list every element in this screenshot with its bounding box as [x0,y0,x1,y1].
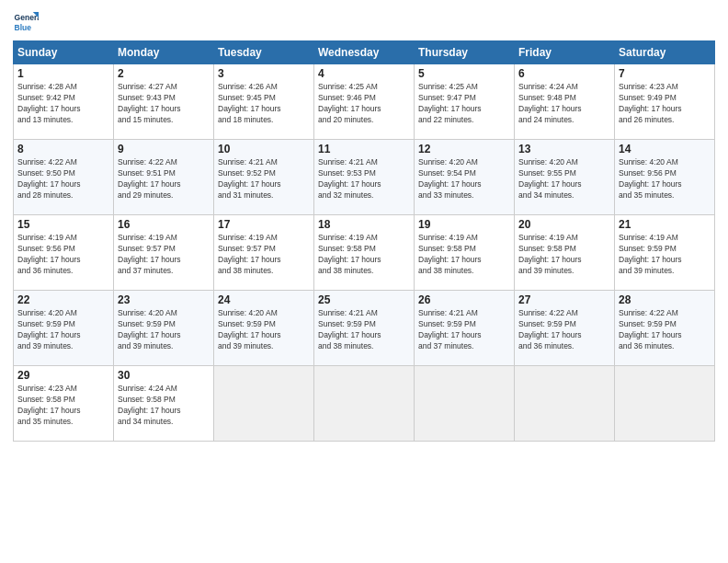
day-number: 24 [218,293,310,306]
day-number: 17 [218,218,310,231]
header-saturday: Saturday [615,41,715,64]
day-info: Sunrise: 4:28 AM Sunset: 9:42 PM Dayligh… [17,82,109,126]
calendar-week-row: 15Sunrise: 4:19 AM Sunset: 9:56 PM Dayli… [14,215,715,291]
day-info: Sunrise: 4:19 AM Sunset: 9:59 PM Dayligh… [619,233,711,277]
day-info: Sunrise: 4:25 AM Sunset: 9:46 PM Dayligh… [318,82,410,126]
calendar-cell: 21Sunrise: 4:19 AM Sunset: 9:59 PM Dayli… [615,215,715,291]
calendar-cell: 1Sunrise: 4:28 AM Sunset: 9:42 PM Daylig… [14,64,114,140]
day-info: Sunrise: 4:20 AM Sunset: 9:55 PM Dayligh… [518,157,610,201]
logo: General Blue [13,9,42,35]
header-monday: Monday [114,41,214,64]
day-info: Sunrise: 4:22 AM Sunset: 9:59 PM Dayligh… [518,308,610,352]
calendar-cell: 19Sunrise: 4:19 AM Sunset: 9:58 PM Dayli… [415,215,515,291]
day-info: Sunrise: 4:20 AM Sunset: 9:56 PM Dayligh… [619,157,711,201]
day-info: Sunrise: 4:27 AM Sunset: 9:43 PM Dayligh… [118,82,210,126]
calendar-cell: 10Sunrise: 4:21 AM Sunset: 9:52 PM Dayli… [214,140,314,215]
day-info: Sunrise: 4:19 AM Sunset: 9:58 PM Dayligh… [318,233,410,277]
svg-text:Blue: Blue [15,23,32,32]
day-number: 6 [518,67,610,80]
day-number: 14 [619,143,711,155]
day-info: Sunrise: 4:19 AM Sunset: 9:56 PM Dayligh… [17,233,109,277]
calendar-cell: 5Sunrise: 4:25 AM Sunset: 9:47 PM Daylig… [415,64,515,140]
calendar-cell: 12Sunrise: 4:20 AM Sunset: 9:54 PM Dayli… [415,140,515,215]
day-info: Sunrise: 4:20 AM Sunset: 9:54 PM Dayligh… [418,157,510,201]
header-thursday: Thursday [415,41,515,64]
day-info: Sunrise: 4:22 AM Sunset: 9:59 PM Dayligh… [619,308,711,352]
day-number: 26 [418,293,510,306]
calendar-cell [314,366,415,442]
calendar-cell: 4Sunrise: 4:25 AM Sunset: 9:46 PM Daylig… [314,64,415,140]
calendar-header-row: SundayMondayTuesdayWednesdayThursdayFrid… [14,41,715,64]
page-header: General Blue [13,9,715,35]
calendar-cell: 24Sunrise: 4:20 AM Sunset: 9:59 PM Dayli… [214,291,314,366]
day-info: Sunrise: 4:20 AM Sunset: 9:59 PM Dayligh… [118,308,210,352]
logo-icon: General Blue [13,9,39,35]
calendar-cell: 28Sunrise: 4:22 AM Sunset: 9:59 PM Dayli… [615,291,715,366]
day-number: 15 [17,218,109,231]
day-info: Sunrise: 4:20 AM Sunset: 9:59 PM Dayligh… [17,308,109,352]
calendar-cell: 16Sunrise: 4:19 AM Sunset: 9:57 PM Dayli… [114,215,214,291]
calendar-week-row: 8Sunrise: 4:22 AM Sunset: 9:50 PM Daylig… [14,140,715,215]
day-number: 11 [318,143,410,155]
day-number: 9 [118,143,210,155]
calendar-cell: 8Sunrise: 4:22 AM Sunset: 9:50 PM Daylig… [14,140,114,215]
calendar-cell: 17Sunrise: 4:19 AM Sunset: 9:57 PM Dayli… [214,215,314,291]
day-info: Sunrise: 4:23 AM Sunset: 9:49 PM Dayligh… [619,82,711,126]
calendar-cell: 30Sunrise: 4:24 AM Sunset: 9:58 PM Dayli… [114,366,214,442]
day-number: 30 [118,369,210,382]
calendar-cell [615,366,715,442]
calendar-cell: 15Sunrise: 4:19 AM Sunset: 9:56 PM Dayli… [14,215,114,291]
day-info: Sunrise: 4:25 AM Sunset: 9:47 PM Dayligh… [418,82,510,126]
calendar-week-row: 22Sunrise: 4:20 AM Sunset: 9:59 PM Dayli… [14,291,715,366]
day-number: 21 [619,218,711,231]
day-info: Sunrise: 4:21 AM Sunset: 9:53 PM Dayligh… [318,157,410,201]
day-number: 19 [418,218,510,231]
calendar-cell: 26Sunrise: 4:21 AM Sunset: 9:59 PM Dayli… [415,291,515,366]
day-number: 16 [118,218,210,231]
calendar-cell: 7Sunrise: 4:23 AM Sunset: 9:49 PM Daylig… [615,64,715,140]
calendar-cell: 3Sunrise: 4:26 AM Sunset: 9:45 PM Daylig… [214,64,314,140]
calendar-cell [515,366,615,442]
calendar-cell: 29Sunrise: 4:23 AM Sunset: 9:58 PM Dayli… [14,366,114,442]
day-number: 25 [318,293,410,306]
calendar-week-row: 29Sunrise: 4:23 AM Sunset: 9:58 PM Dayli… [14,366,715,442]
day-info: Sunrise: 4:22 AM Sunset: 9:51 PM Dayligh… [118,157,210,201]
day-info: Sunrise: 4:19 AM Sunset: 9:58 PM Dayligh… [418,233,510,277]
day-info: Sunrise: 4:20 AM Sunset: 9:59 PM Dayligh… [218,308,310,352]
header-tuesday: Tuesday [214,41,314,64]
day-info: Sunrise: 4:21 AM Sunset: 9:59 PM Dayligh… [418,308,510,352]
header-friday: Friday [515,41,615,64]
day-number: 13 [518,143,610,155]
calendar-cell: 18Sunrise: 4:19 AM Sunset: 9:58 PM Dayli… [314,215,415,291]
calendar-cell: 2Sunrise: 4:27 AM Sunset: 9:43 PM Daylig… [114,64,214,140]
day-number: 28 [619,293,711,306]
day-info: Sunrise: 4:26 AM Sunset: 9:45 PM Dayligh… [218,82,310,126]
calendar-cell: 23Sunrise: 4:20 AM Sunset: 9:59 PM Dayli… [114,291,214,366]
day-number: 23 [118,293,210,306]
day-number: 7 [619,67,711,80]
calendar-cell: 27Sunrise: 4:22 AM Sunset: 9:59 PM Dayli… [515,291,615,366]
day-info: Sunrise: 4:22 AM Sunset: 9:50 PM Dayligh… [17,157,109,201]
calendar-cell: 25Sunrise: 4:21 AM Sunset: 9:59 PM Dayli… [314,291,415,366]
calendar-cell: 6Sunrise: 4:24 AM Sunset: 9:48 PM Daylig… [515,64,615,140]
day-info: Sunrise: 4:19 AM Sunset: 9:57 PM Dayligh… [118,233,210,277]
day-info: Sunrise: 4:19 AM Sunset: 9:57 PM Dayligh… [218,233,310,277]
header-sunday: Sunday [14,41,114,64]
day-info: Sunrise: 4:23 AM Sunset: 9:58 PM Dayligh… [17,384,109,428]
calendar-cell [214,366,314,442]
calendar-cell: 9Sunrise: 4:22 AM Sunset: 9:51 PM Daylig… [114,140,214,215]
day-number: 20 [518,218,610,231]
calendar-week-row: 1Sunrise: 4:28 AM Sunset: 9:42 PM Daylig… [14,64,715,140]
svg-text:General: General [15,13,39,22]
calendar-cell: 14Sunrise: 4:20 AM Sunset: 9:56 PM Dayli… [615,140,715,215]
day-info: Sunrise: 4:24 AM Sunset: 9:48 PM Dayligh… [518,82,610,126]
day-info: Sunrise: 4:19 AM Sunset: 9:58 PM Dayligh… [518,233,610,277]
day-number: 10 [218,143,310,155]
day-number: 27 [518,293,610,306]
day-number: 2 [118,67,210,80]
day-number: 1 [17,67,109,80]
day-number: 3 [218,67,310,80]
calendar-cell: 20Sunrise: 4:19 AM Sunset: 9:58 PM Dayli… [515,215,615,291]
day-number: 8 [17,143,109,155]
day-number: 4 [318,67,410,80]
